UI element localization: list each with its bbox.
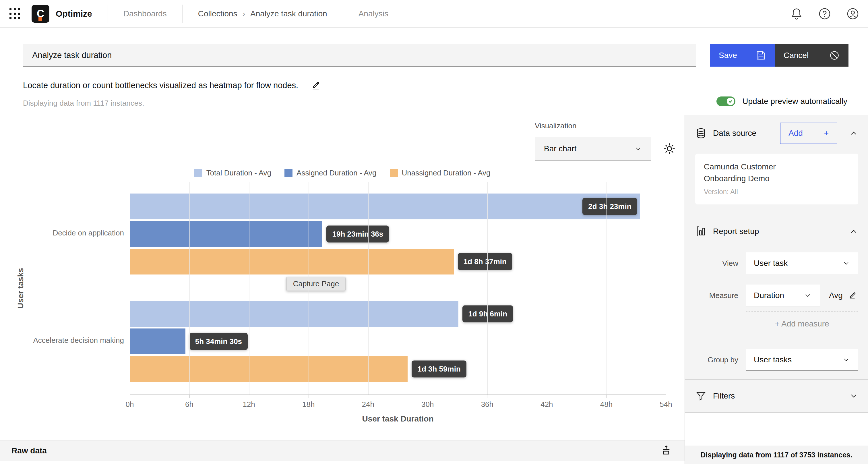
x-tick-label: 18h bbox=[302, 400, 315, 409]
cancel-button[interactable]: Cancel bbox=[775, 44, 848, 67]
capture-page-tooltip: Capture Page bbox=[286, 277, 346, 291]
legend-item-assigned[interactable]: Assigned Duration - Avg bbox=[284, 168, 376, 178]
bar-value-label: 1d 9h 6min bbox=[462, 306, 513, 322]
bar-total-decide[interactable] bbox=[130, 193, 640, 219]
visualization-selected-value: Bar chart bbox=[544, 144, 577, 153]
chart-settings-gear-icon[interactable] bbox=[663, 142, 676, 155]
bar-row: 2d 3h 23min bbox=[130, 193, 666, 219]
bar-assigned-accelerate[interactable] bbox=[130, 329, 185, 354]
bar-row: 19h 23min 36s bbox=[130, 221, 666, 247]
bar-unassigned-decide[interactable] bbox=[130, 249, 454, 275]
breadcrumb-current-report[interactable]: Analyze task duration bbox=[250, 9, 327, 19]
view-select[interactable]: User task bbox=[746, 252, 858, 274]
logo-orange-pixel bbox=[38, 17, 42, 21]
gridline bbox=[309, 182, 309, 395]
legend-swatch bbox=[390, 169, 398, 177]
legend-swatch bbox=[284, 169, 292, 177]
open-raw-data-panel-icon[interactable] bbox=[660, 445, 672, 457]
x-tick-label: 54h bbox=[660, 400, 672, 409]
chevron-up-icon[interactable] bbox=[849, 129, 858, 138]
user-profile-icon[interactable] bbox=[846, 7, 859, 20]
report-chart-icon bbox=[695, 226, 707, 237]
sidebar-empty-area bbox=[685, 412, 868, 445]
raw-data-bar[interactable]: Raw data bbox=[0, 440, 685, 461]
auto-preview-label: Update preview automatically bbox=[742, 97, 847, 106]
data-source-card[interactable]: Camunda Customer Onboarding Demo Version… bbox=[695, 154, 858, 205]
chevron-down-icon[interactable] bbox=[849, 391, 858, 401]
chevron-down-icon bbox=[842, 259, 850, 267]
chart-legend: Total Duration - Avg Assigned Duration -… bbox=[0, 168, 685, 178]
filters-section: Filters bbox=[685, 379, 868, 412]
group-by-label: Group by bbox=[695, 355, 746, 364]
bar-value-label: 1d 3h 59min bbox=[412, 361, 466, 378]
brand: C Optimize bbox=[32, 5, 107, 23]
bar-row: 5h 34min 30s bbox=[130, 329, 666, 354]
tick-mark bbox=[189, 395, 190, 398]
report-setup-section: Report setup View User task Meas bbox=[685, 213, 868, 379]
y-axis-title: User tasks bbox=[16, 268, 25, 309]
category-label-decide: Decide on application bbox=[0, 228, 124, 238]
auto-preview-toggle[interactable] bbox=[716, 96, 735, 106]
report-setup-title: Report setup bbox=[713, 227, 849, 236]
notifications-bell-icon[interactable] bbox=[790, 7, 803, 20]
data-source-title: Data source bbox=[713, 129, 780, 138]
nav-item-dashboards[interactable]: Dashboards bbox=[108, 0, 182, 28]
breadcrumb-collections[interactable]: Collections bbox=[198, 9, 237, 19]
bar-unassigned-accelerate[interactable] bbox=[130, 356, 408, 382]
save-button[interactable]: Save bbox=[710, 44, 775, 67]
x-tick-label: 12h bbox=[243, 400, 255, 409]
bar-value-label: 19h 23min 36s bbox=[327, 226, 389, 243]
x-tick-label: 42h bbox=[540, 400, 553, 409]
x-tick-label: 0h bbox=[126, 400, 134, 409]
tick-mark bbox=[547, 395, 547, 398]
top-nav: C Optimize Dashboards Collections › Anal… bbox=[0, 0, 868, 28]
group-by-select[interactable]: User tasks bbox=[746, 349, 858, 371]
category-label-accelerate: Accelerate decision making bbox=[0, 336, 124, 345]
tick-mark bbox=[428, 395, 428, 398]
chart-panel: Visualization Bar chart Tot bbox=[0, 115, 685, 464]
measure-select[interactable]: Duration bbox=[746, 284, 820, 306]
gridline bbox=[666, 182, 666, 395]
edit-description-icon[interactable] bbox=[310, 80, 321, 91]
cancel-icon bbox=[829, 50, 840, 61]
add-data-source-button[interactable]: Add + bbox=[780, 123, 837, 144]
app-root: C Optimize Dashboards Collections › Anal… bbox=[0, 0, 868, 464]
visualization-label: Visualization bbox=[535, 121, 676, 130]
auto-preview-toggle-row: Update preview automatically bbox=[716, 96, 847, 106]
bar-value-label: 1d 8h 37min bbox=[458, 253, 513, 270]
breadcrumb-separator: › bbox=[243, 9, 245, 19]
bar-value-label: 2d 3h 23min bbox=[582, 198, 637, 215]
legend-item-unassigned[interactable]: Unassigned Duration - Avg bbox=[390, 168, 491, 178]
gridline bbox=[547, 182, 547, 395]
bar-value-label: 5h 34min 30s bbox=[189, 333, 248, 350]
tick-mark bbox=[309, 395, 309, 398]
report-header: Save Cancel Locate duration or count bot… bbox=[0, 28, 868, 115]
chevron-up-icon[interactable] bbox=[849, 227, 858, 236]
nav-icon-group bbox=[790, 7, 859, 20]
edit-aggregation-icon[interactable] bbox=[847, 290, 857, 300]
save-icon bbox=[755, 50, 766, 61]
app-switcher-icon[interactable] bbox=[8, 7, 22, 21]
visualization-select[interactable]: Bar chart bbox=[535, 137, 651, 161]
legend-item-total[interactable]: Total Duration - Avg bbox=[194, 168, 271, 178]
database-icon bbox=[695, 127, 707, 139]
product-name: Optimize bbox=[56, 9, 92, 19]
view-label: View bbox=[695, 259, 746, 268]
bar-total-accelerate[interactable] bbox=[130, 301, 458, 327]
gridline bbox=[487, 182, 488, 395]
bar-row: 1d 9h 6min bbox=[130, 301, 666, 327]
legend-label: Assigned Duration - Avg bbox=[297, 168, 376, 178]
x-tick-label: 30h bbox=[422, 400, 434, 409]
tick-mark bbox=[368, 395, 368, 398]
legend-swatch bbox=[194, 169, 203, 177]
help-icon[interactable] bbox=[818, 7, 831, 20]
x-axis-title: User task Duration bbox=[130, 414, 666, 424]
group-by-value: User tasks bbox=[754, 355, 792, 364]
measure-value: Duration bbox=[754, 291, 784, 300]
legend-label: Unassigned Duration - Avg bbox=[402, 168, 491, 178]
bar-assigned-decide[interactable] bbox=[130, 221, 322, 247]
x-tick-label: 24h bbox=[362, 400, 374, 409]
nav-item-analysis[interactable]: Analysis bbox=[343, 0, 404, 28]
report-title-input[interactable] bbox=[23, 44, 696, 67]
add-measure-button[interactable]: + Add measure bbox=[746, 312, 858, 336]
